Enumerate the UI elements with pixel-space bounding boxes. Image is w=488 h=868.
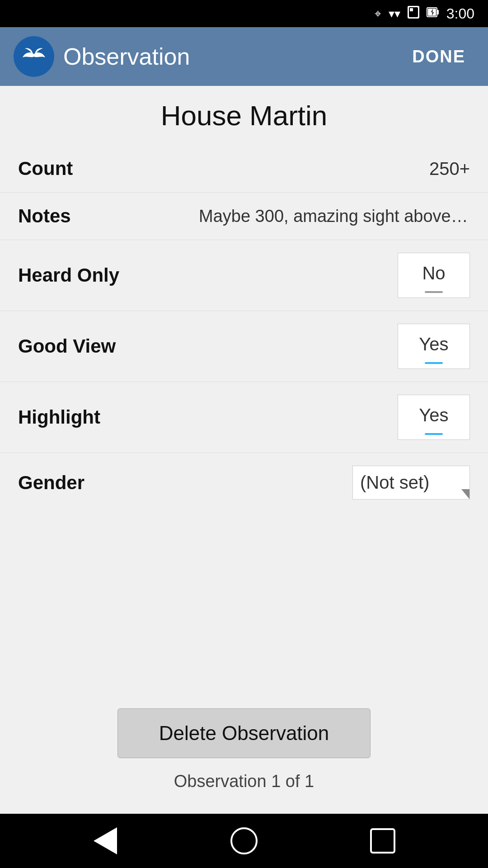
app-logo [14, 36, 54, 77]
good-view-row: Good View Yes [0, 311, 488, 382]
good-view-label: Good View [18, 335, 116, 357]
recent-button[interactable] [365, 823, 401, 859]
highlight-value: Yes [419, 405, 448, 425]
status-icons: ⌖ ▾▾ 3:00 [375, 5, 474, 22]
count-row: Count 250+ [0, 145, 488, 193]
done-button[interactable]: DONE [403, 42, 474, 71]
status-time: 3:00 [446, 5, 474, 22]
count-value[interactable]: 250+ [429, 159, 470, 179]
observation-counter: Observation 1 of 1 [174, 772, 314, 791]
app-bar: Observation DONE [0, 27, 488, 86]
svg-rect-4 [437, 10, 439, 14]
home-icon [230, 827, 258, 854]
status-bar: ⌖ ▾▾ 3:00 [0, 0, 488, 27]
back-button[interactable] [87, 823, 123, 859]
highlight-indicator [425, 433, 443, 435]
good-view-indicator [425, 362, 443, 364]
species-title: House Martin [0, 86, 488, 141]
home-button[interactable] [226, 823, 262, 859]
app-bar-left: Observation [14, 36, 190, 77]
gender-label: Gender [18, 472, 84, 494]
notes-label: Notes [18, 205, 71, 227]
back-icon [94, 827, 117, 854]
gender-row: Gender (Not set) [0, 453, 488, 512]
recent-icon [370, 828, 395, 854]
battery-icon [427, 6, 439, 22]
heard-only-value: No [422, 263, 445, 283]
good-view-value: Yes [419, 334, 448, 354]
gender-dropdown[interactable]: (Not set) [352, 466, 470, 500]
heard-only-row: Heard Only No [0, 240, 488, 311]
notes-value[interactable]: Maybe 300, amazing sight above sc [199, 207, 470, 226]
good-view-toggle[interactable]: Yes [398, 324, 470, 369]
heard-only-toggle[interactable]: No [398, 253, 470, 298]
dropdown-arrow-icon [461, 489, 469, 499]
highlight-row: Highlight Yes [0, 382, 488, 453]
heard-only-indicator [425, 291, 443, 293]
heard-only-label: Heard Only [18, 264, 119, 286]
app-title: Observation [63, 43, 190, 70]
delete-observation-button[interactable]: Delete Observation [117, 708, 371, 758]
notes-row: Notes Maybe 300, amazing sight above sc [0, 193, 488, 240]
wifi-icon: ▾▾ [389, 7, 400, 21]
highlight-toggle[interactable]: Yes [398, 395, 470, 440]
gender-value: (Not set) [360, 472, 429, 493]
fields-section: Count 250+ Notes Maybe 300, amazing sigh… [0, 141, 488, 517]
svg-rect-2 [410, 8, 413, 11]
sim-icon [408, 6, 419, 22]
content-spacer [0, 517, 488, 690]
count-label: Count [18, 158, 73, 179]
location-icon: ⌖ [375, 7, 381, 21]
delete-section: Delete Observation Observation 1 of 1 [0, 690, 488, 814]
highlight-label: Highlight [18, 406, 100, 428]
main-content: House Martin Count 250+ Notes Maybe 300,… [0, 86, 488, 814]
nav-bar [0, 814, 488, 868]
